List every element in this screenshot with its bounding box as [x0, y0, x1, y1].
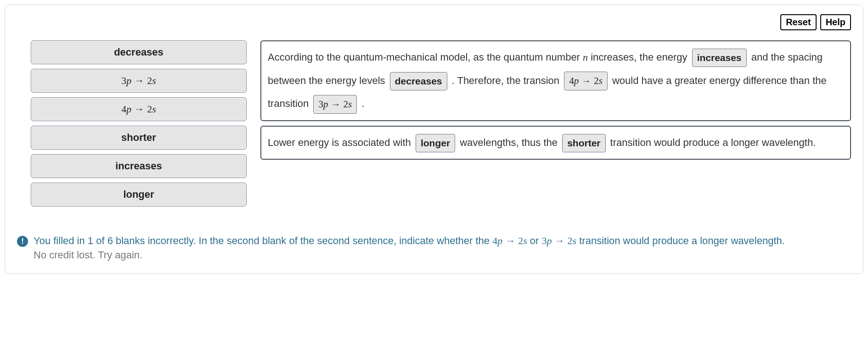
passage-text: . — [359, 98, 364, 109]
help-button[interactable]: Help — [820, 14, 851, 30]
filled-blank-1[interactable]: increases — [692, 49, 747, 67]
word-bank-tile[interactable]: 3p→2s — [31, 69, 247, 93]
passage-1[interactable]: According to the quantum-mechanical mode… — [260, 40, 851, 121]
filled-blank-4[interactable]: 3p→2s — [313, 95, 357, 114]
exercise-card: Reset Help decreases3p→2s4p→2sshorterinc… — [5, 5, 863, 274]
feedback-line-1: You filled in 1 of 6 blanks incorrectly.… — [34, 234, 785, 248]
feedback-math-2: 3p→2s — [542, 235, 577, 246]
word-bank-tile[interactable]: shorter — [31, 126, 247, 150]
passage-text: increases, the energy — [588, 51, 690, 63]
passage-text: Lower energy is associated with — [268, 137, 414, 148]
feedback-line-2: No credit lost. Try again. — [34, 248, 785, 262]
passage-2[interactable]: Lower energy is associated with longer w… — [260, 126, 851, 160]
feedback-text-part: transition would produce a longer wavele… — [576, 235, 785, 246]
passage-text: According to the quantum-mechanical mode… — [268, 51, 583, 63]
feedback-text-part: or — [527, 235, 542, 246]
alert-icon: ! — [17, 236, 28, 247]
feedback: ! You filled in 1 of 6 blanks incorrectl… — [17, 234, 851, 262]
filled-blank-6[interactable]: shorter — [562, 134, 605, 152]
toolbar: Reset Help — [17, 14, 851, 30]
feedback-text: You filled in 1 of 6 blanks incorrectly.… — [34, 234, 785, 262]
word-bank-tile[interactable]: 4p→2s — [31, 97, 247, 121]
word-bank-tile[interactable]: increases — [31, 154, 247, 178]
word-bank-tile[interactable]: longer — [31, 183, 247, 206]
filled-blank-2[interactable]: decreases — [390, 72, 447, 90]
filled-blank-3[interactable]: 4p→2s — [564, 72, 608, 90]
word-bank-tile[interactable]: decreases — [31, 40, 247, 64]
feedback-math-1: 4p→2s — [492, 235, 527, 246]
reset-button[interactable]: Reset — [780, 14, 816, 30]
passage-text: wavelengths, thus the — [457, 137, 560, 148]
passage-text: . Therefore, the transion — [449, 75, 563, 86]
passage-text: transition would produce a longer wavele… — [608, 137, 816, 148]
feedback-text-part: You filled in 1 of 6 blanks incorrectly.… — [34, 235, 492, 246]
filled-blank-5[interactable]: longer — [416, 134, 455, 152]
word-bank: decreases3p→2s4p→2sshorterincreaseslonge… — [31, 40, 247, 206]
passages: According to the quantum-mechanical mode… — [260, 40, 851, 160]
variable-n: n — [583, 51, 588, 63]
exercise-body: decreases3p→2s4p→2sshorterincreaseslonge… — [17, 40, 851, 206]
